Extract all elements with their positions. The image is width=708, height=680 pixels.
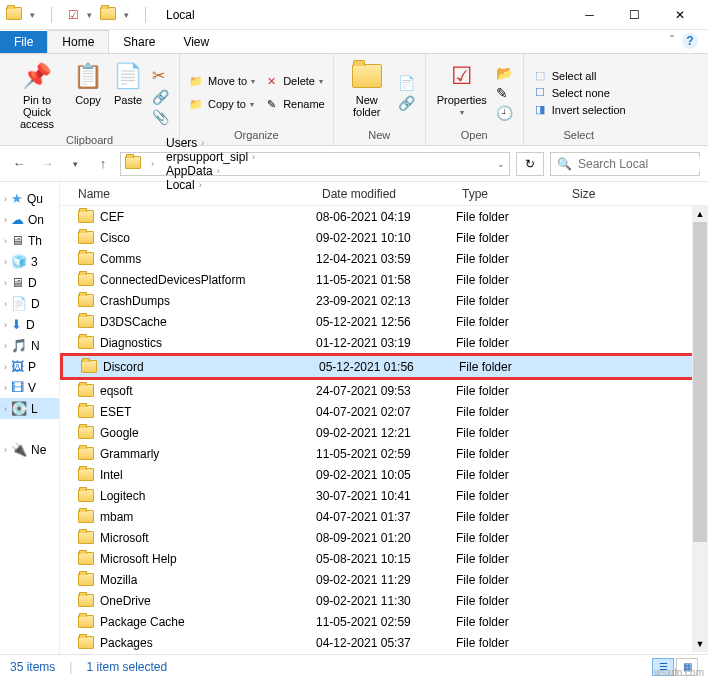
scrollbar[interactable]: ▲ ▼ xyxy=(692,206,708,652)
qat-down-icon-2[interactable]: ▾ xyxy=(87,10,92,20)
up-button[interactable]: ↑ xyxy=(92,153,114,175)
table-row[interactable]: mbam04-07-2021 01:37File folder xyxy=(60,506,708,527)
selectall-button[interactable]: ⬚Select all xyxy=(532,67,626,84)
back-button[interactable]: ← xyxy=(8,153,30,175)
col-type[interactable]: Type xyxy=(456,187,566,201)
table-row[interactable]: Microsoft Help05-08-2021 10:15File folde… xyxy=(60,548,708,569)
crumb-erpsupport_sipl[interactable]: erpsupport_sipl› xyxy=(164,150,261,164)
nav-item[interactable]: ›🖥D xyxy=(0,272,59,293)
table-row[interactable]: Intel09-02-2021 10:05File folder xyxy=(60,464,708,485)
watermark: wsxdn.com xyxy=(654,667,704,678)
table-row[interactable]: Packages04-12-2021 05:37File folder xyxy=(60,632,708,652)
copy-button[interactable]: 📋 Copy xyxy=(70,58,106,132)
invert-button[interactable]: ◨Invert selection xyxy=(532,101,626,118)
minimize-button[interactable]: ─ xyxy=(567,0,612,30)
properties-button[interactable]: ☑ Properties ▾ xyxy=(434,58,490,127)
paste-shortcut-icon[interactable]: 📎 xyxy=(150,107,171,127)
nav-item[interactable]: ›📄D xyxy=(0,293,59,314)
checkbox-icon[interactable]: ☑ xyxy=(68,8,79,22)
nav-item[interactable]: ›★Qu xyxy=(0,188,59,209)
new-item-icon[interactable]: 📄 xyxy=(396,73,417,93)
crumb-users[interactable]: Users› xyxy=(164,136,261,150)
group-open: ☑ Properties ▾ 📂 ✎ 🕘 Open xyxy=(426,54,524,145)
folder-icon xyxy=(125,156,141,172)
qat-down-icon[interactable]: ▾ xyxy=(30,10,35,20)
maximize-button[interactable]: ☐ xyxy=(612,0,657,30)
edit-icon[interactable]: ✎ xyxy=(494,83,515,103)
table-row[interactable]: Diagnostics01-12-2021 03:19File folder xyxy=(60,332,708,353)
address-box[interactable]: › Users›erpsupport_sipl›AppData›Local› ⌄ xyxy=(120,152,510,176)
table-row[interactable]: OneDrive09-02-2021 11:30File folder xyxy=(60,590,708,611)
col-date[interactable]: Date modified xyxy=(316,187,456,201)
tab-share[interactable]: Share xyxy=(109,31,169,53)
table-row[interactable]: D3DSCache05-12-2021 12:56File folder xyxy=(60,311,708,332)
nav-item[interactable]: ›🎞V xyxy=(0,377,59,398)
help-icon[interactable]: ? xyxy=(682,33,698,49)
delete-icon: ✕ xyxy=(263,75,279,88)
table-row[interactable]: Grammarly11-05-2021 02:59File folder xyxy=(60,443,708,464)
pin-button[interactable]: 📌 Pin to Quick access xyxy=(8,58,66,132)
table-row[interactable]: Logitech30-07-2021 10:41File folder xyxy=(60,485,708,506)
table-row[interactable]: Microsoft08-09-2021 01:20File folder xyxy=(60,527,708,548)
nav-item[interactable]: ›💽L xyxy=(0,398,59,419)
nav-item[interactable]: ›🎵N xyxy=(0,335,59,356)
forward-button[interactable]: → xyxy=(36,153,58,175)
crumb-appdata[interactable]: AppData› xyxy=(164,164,261,178)
paste-label: Paste xyxy=(114,94,142,106)
delete-button[interactable]: ✕Delete ▾ xyxy=(263,73,325,90)
nav-item[interactable] xyxy=(0,419,59,439)
clipboard-extra: ✂ 🔗 📎 xyxy=(150,58,171,132)
window-title: Local xyxy=(166,8,195,22)
history-icon[interactable]: 🕘 xyxy=(494,103,515,123)
table-row[interactable]: Comms12-04-2021 03:59File folder xyxy=(60,248,708,269)
copy-label: Copy xyxy=(75,94,101,106)
search-input[interactable] xyxy=(578,157,708,171)
nav-item[interactable]: ›🖥Th xyxy=(0,230,59,251)
scroll-down-icon[interactable]: ▼ xyxy=(696,636,705,652)
table-row[interactable]: Google09-02-2021 12:21File folder xyxy=(60,422,708,443)
group-clipboard: 📌 Pin to Quick access 📋 Copy 📄 Paste ✂ 🔗… xyxy=(0,54,180,145)
table-row[interactable]: CrashDumps23-09-2021 02:13File folder xyxy=(60,290,708,311)
scroll-up-icon[interactable]: ▲ xyxy=(696,206,705,222)
table-row[interactable]: ConnectedDevicesPlatform11-05-2021 01:58… xyxy=(60,269,708,290)
moveto-button[interactable]: 📁Move to ▾ xyxy=(188,73,255,90)
selectnone-button[interactable]: ☐Select none xyxy=(532,84,626,101)
open-icon[interactable]: 📂 xyxy=(494,63,515,83)
close-button[interactable]: ✕ xyxy=(657,0,702,30)
address-bar: ← → ▾ ↑ › Users›erpsupport_sipl›AppData›… xyxy=(0,146,708,182)
easy-access-icon[interactable]: 🔗 xyxy=(396,93,417,113)
scroll-thumb[interactable] xyxy=(693,222,707,542)
column-headers[interactable]: Name Date modified Type Size xyxy=(60,182,708,206)
table-row[interactable]: Discord05-12-2021 01:56File folder xyxy=(60,353,708,380)
table-row[interactable]: ESET04-07-2021 02:07File folder xyxy=(60,401,708,422)
nav-item[interactable]: ›☁On xyxy=(0,209,59,230)
search-box[interactable]: 🔍 xyxy=(550,152,700,176)
tab-home[interactable]: Home xyxy=(47,30,109,53)
table-row[interactable]: Mozilla09-02-2021 11:29File folder xyxy=(60,569,708,590)
nav-item[interactable]: ›🖼P xyxy=(0,356,59,377)
open-extra: 📂 ✎ 🕘 xyxy=(494,58,515,127)
cut-icon[interactable]: ✂ xyxy=(150,64,171,87)
main: ›★Qu›☁On›🖥Th›🧊3›🖥D›📄D›⬇D›🎵N›🖼P›🎞V›💽L ›🔌N… xyxy=(0,182,708,654)
table-row[interactable]: Cisco09-02-2021 10:10File folder xyxy=(60,227,708,248)
nav-tree[interactable]: ›★Qu›☁On›🖥Th›🧊3›🖥D›📄D›⬇D›🎵N›🖼P›🎞V›💽L ›🔌N… xyxy=(0,182,60,654)
newfolder-button[interactable]: New folder xyxy=(342,58,392,127)
nav-item[interactable]: ›🧊3 xyxy=(0,251,59,272)
nav-item[interactable]: ›🔌Ne xyxy=(0,439,59,460)
refresh-button[interactable]: ↻ xyxy=(516,152,544,176)
col-size[interactable]: Size xyxy=(566,187,636,201)
qat-down-icon-3[interactable]: ▾ xyxy=(124,10,129,20)
tab-file[interactable]: File xyxy=(0,31,47,53)
paste-button[interactable]: 📄 Paste xyxy=(110,58,146,132)
collapse-ribbon-icon[interactable]: ˆ xyxy=(670,34,674,48)
col-name[interactable]: Name xyxy=(60,187,316,201)
table-row[interactable]: CEF08-06-2021 04:19File folder xyxy=(60,206,708,227)
copy-path-icon[interactable]: 🔗 xyxy=(150,87,171,107)
recent-dropdown[interactable]: ▾ xyxy=(64,153,86,175)
nav-item[interactable]: ›⬇D xyxy=(0,314,59,335)
tab-view[interactable]: View xyxy=(169,31,223,53)
rename-button[interactable]: ✎Rename xyxy=(263,96,325,113)
copyto-button[interactable]: 📁Copy to ▾ xyxy=(188,96,255,113)
table-row[interactable]: eqsoft24-07-2021 09:53File folder xyxy=(60,380,708,401)
table-row[interactable]: Package Cache11-05-2021 02:59File folder xyxy=(60,611,708,632)
